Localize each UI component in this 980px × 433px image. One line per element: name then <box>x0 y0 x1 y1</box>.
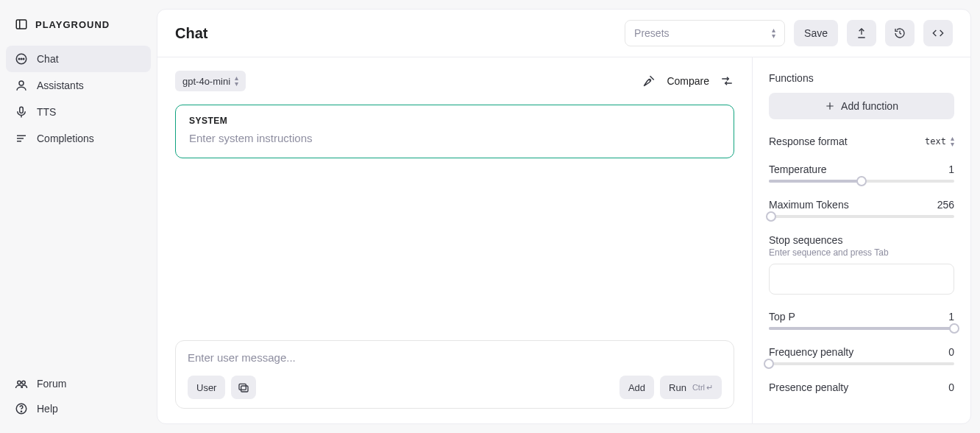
system-label: SYSTEM <box>189 116 720 126</box>
sidebar-item-label: Forum <box>37 378 66 390</box>
max-tokens-label: Maximum Tokens <box>769 199 849 211</box>
add-function-label: Add function <box>841 100 898 112</box>
response-format-selector[interactable]: text ▴▾ <box>925 135 954 147</box>
presets-label: Presets <box>634 27 669 39</box>
temperature-value: 1 <box>948 163 954 175</box>
chevron-updown-icon: ▴▾ <box>772 27 775 39</box>
presence-penalty-label: Presence penalty <box>769 381 848 393</box>
presets-dropdown[interactable]: Presets ▴▾ <box>625 20 785 46</box>
max-tokens-slider[interactable] <box>769 215 954 218</box>
sidebar-item-forum[interactable]: Forum <box>6 371 151 396</box>
page-title: Chat <box>175 25 616 42</box>
model-selector[interactable]: gpt-4o-mini ▴▾ <box>175 71 246 91</box>
settings-panel: Functions Add function Response format t… <box>753 57 970 423</box>
image-icon <box>238 381 249 393</box>
enter-icon: ↵ <box>706 383 713 392</box>
attach-image-button[interactable] <box>231 376 256 399</box>
chat-header: gpt-4o-mini ▴▾ Compare <box>175 71 734 91</box>
sidebar-item-completions[interactable]: Completions <box>6 125 151 152</box>
temperature-label: Temperature <box>769 163 827 175</box>
functions-heading: Functions <box>769 72 954 84</box>
history-button[interactable] <box>885 20 915 46</box>
svg-point-6 <box>19 81 24 85</box>
add-function-button[interactable]: Add function <box>769 93 954 119</box>
code-icon <box>931 27 945 39</box>
assistant-icon <box>15 79 28 92</box>
response-format-label: Response format <box>769 135 848 147</box>
system-input[interactable] <box>189 132 720 144</box>
top-p-label: Top P <box>769 311 795 323</box>
help-icon <box>15 402 28 415</box>
sidebar-title-label: PLAYGROUND <box>35 19 110 30</box>
model-name: gpt-4o-mini <box>182 76 230 87</box>
history-icon <box>894 27 906 39</box>
completions-icon <box>15 132 28 145</box>
playground-icon <box>15 18 28 31</box>
forum-icon <box>15 377 28 390</box>
upload-icon <box>856 27 867 39</box>
svg-rect-16 <box>239 384 246 390</box>
run-shortcut: Ctrl ↵ <box>692 383 713 392</box>
stop-sequences-hint: Enter sequence and press Tab <box>769 247 954 258</box>
topbar: Chat Presets ▴▾ Save <box>157 10 970 57</box>
svg-point-5 <box>23 58 24 60</box>
sidebar-item-label: TTS <box>37 106 56 118</box>
chat-icon <box>15 52 28 66</box>
svg-rect-17 <box>241 386 248 392</box>
max-tokens-value: 256 <box>937 199 954 211</box>
sidebar-item-label: Chat <box>37 53 59 65</box>
add-message-button[interactable]: Add <box>619 376 654 399</box>
sidebar-item-label: Assistants <box>37 80 84 91</box>
sidebar-title: PLAYGROUND <box>6 12 151 46</box>
upload-button[interactable] <box>847 20 876 46</box>
presence-penalty-value: 0 <box>948 381 954 393</box>
message-composer: User Add Run Ctrl ↵ <box>175 340 734 409</box>
svg-point-3 <box>18 58 20 60</box>
frequency-penalty-value: 0 <box>948 346 954 358</box>
sidebar-item-label: Completions <box>37 133 94 144</box>
temperature-slider[interactable] <box>769 180 954 183</box>
stop-sequences-input[interactable] <box>769 264 954 295</box>
svg-point-13 <box>22 381 26 384</box>
user-message-input[interactable] <box>188 351 722 364</box>
compare-arrows-icon[interactable] <box>720 74 734 88</box>
sidebar-item-chat[interactable]: Chat <box>6 46 151 72</box>
mic-icon <box>15 105 28 119</box>
svg-point-4 <box>21 58 22 60</box>
save-button[interactable]: Save <box>794 20 838 46</box>
chevron-updown-icon: ▴▾ <box>951 135 954 147</box>
svg-point-15 <box>21 411 21 412</box>
stop-sequences-label: Stop sequences <box>769 234 954 246</box>
svg-point-12 <box>18 381 21 384</box>
sidebar-item-help[interactable]: Help <box>6 396 151 421</box>
chat-area: gpt-4o-mini ▴▾ Compare SYSTEM <box>157 57 753 423</box>
response-format-value: text <box>925 136 946 147</box>
main-panel: Chat Presets ▴▾ Save <box>157 9 971 424</box>
broom-icon[interactable] <box>642 74 656 88</box>
sidebar: PLAYGROUND Chat Assistants TTS <box>0 0 157 433</box>
sidebar-item-assistants[interactable]: Assistants <box>6 72 151 99</box>
svg-rect-0 <box>16 20 26 29</box>
top-p-slider[interactable] <box>769 327 954 330</box>
compare-button[interactable]: Compare <box>667 75 709 87</box>
top-p-value: 1 <box>948 311 954 323</box>
role-toggle-button[interactable]: User <box>188 376 225 399</box>
plus-icon <box>825 101 835 111</box>
chevron-updown-icon: ▴▾ <box>235 75 238 87</box>
run-label: Run <box>669 382 686 393</box>
sidebar-item-tts[interactable]: TTS <box>6 99 151 125</box>
frequency-penalty-label: Frequency penalty <box>769 346 853 358</box>
run-button[interactable]: Run Ctrl ↵ <box>660 376 722 399</box>
frequency-penalty-slider[interactable] <box>769 362 954 365</box>
svg-rect-7 <box>20 107 24 113</box>
code-button[interactable] <box>923 20 953 46</box>
sidebar-item-label: Help <box>37 403 58 415</box>
system-prompt-box[interactable]: SYSTEM <box>175 105 734 158</box>
